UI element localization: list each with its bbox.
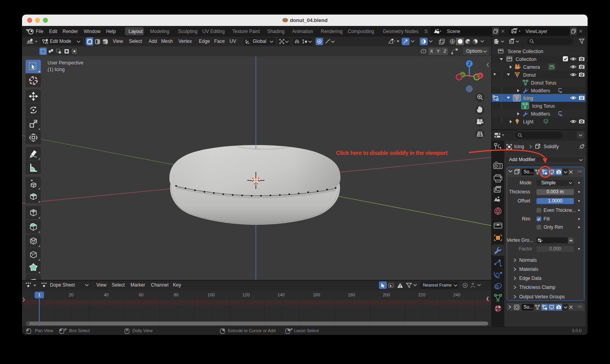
- svg-text:X: X: [479, 74, 481, 78]
- svg-text:Z: Z: [468, 62, 470, 66]
